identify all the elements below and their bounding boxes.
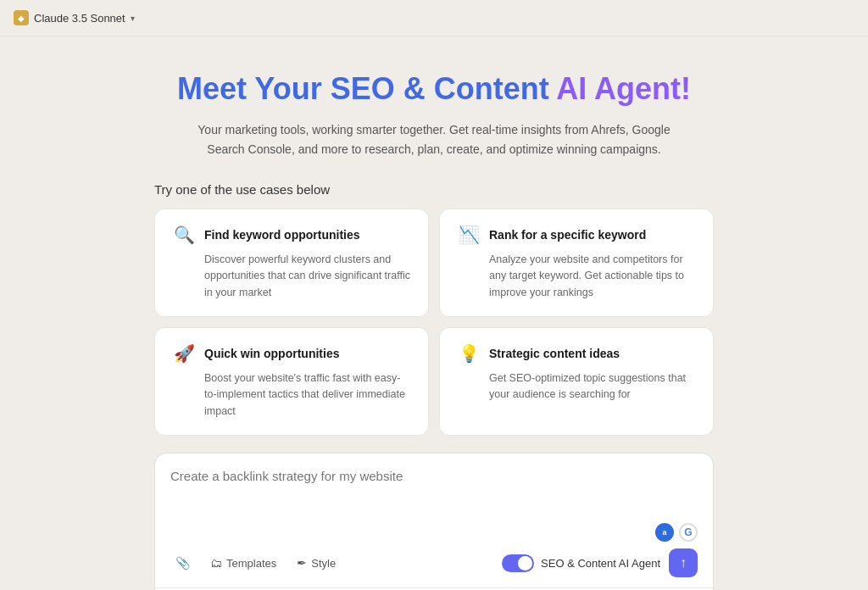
chevron-down-icon: ▾ [131, 14, 135, 23]
rank-icon: 📉 [457, 225, 481, 245]
card-title: Quick win opportunities [204, 347, 339, 360]
hero-title-purple: AI Agent! [556, 71, 691, 106]
hero-subtitle: Your marketing tools, working smarter to… [188, 120, 680, 159]
main-content: Meet Your SEO & Content AI Agent! Your m… [137, 36, 731, 590]
card-header: 🚀 Quick win opportunities [172, 343, 411, 364]
card-title: Rank for a specific keyword [489, 228, 646, 242]
paperclip-icon: 📎 [175, 556, 190, 570]
use-cases-label: Try one of the use cases below [154, 182, 330, 197]
card-title: Find keyword opportunities [204, 228, 360, 242]
card-rank-keyword[interactable]: 📉 Rank for a specific keyword Analyze yo… [439, 209, 714, 317]
input-inner: a G 📎 🗂 Templates ✒ Style [155, 454, 713, 587]
chat-input[interactable] [170, 469, 698, 520]
card-header: 🔍 Find keyword opportunities [172, 225, 411, 245]
model-icon: ◆ [14, 10, 29, 25]
ahrefs-logo: a [655, 523, 674, 542]
google-logo: G [679, 523, 698, 542]
toggle-label: SEO & Content AI Agent [541, 557, 660, 570]
lightbulb-icon: 💡 [457, 343, 481, 364]
model-selector[interactable]: ◆ Claude 3.5 Sonnet ▾ [14, 10, 135, 25]
send-button[interactable]: ↑ [669, 548, 698, 577]
style-label: Style [311, 557, 336, 570]
card-description: Analyze your website and competitors for… [457, 252, 696, 301]
input-icons-left: 📎 🗂 Templates ✒ Style [170, 553, 341, 573]
pen-icon: ✒ [297, 556, 307, 570]
style-button[interactable]: ✒ Style [292, 553, 341, 573]
search-icon: 🔍 [172, 225, 196, 245]
hero-title-blue: Meet Your SEO & Content [177, 71, 556, 106]
card-find-keyword[interactable]: 🔍 Find keyword opportunities Discover po… [154, 209, 429, 317]
card-quick-win[interactable]: 🚀 Quick win opportunities Boost your web… [154, 327, 429, 436]
input-icons-right: SEO & Content AI Agent ↑ [502, 548, 698, 577]
card-header: 📉 Rank for a specific keyword [457, 225, 696, 245]
attach-button[interactable]: 📎 [170, 553, 195, 573]
folder-icon: 🗂 [210, 556, 222, 570]
send-icon: ↑ [680, 555, 687, 571]
rocket-icon: 🚀 [172, 343, 196, 364]
templates-label: Templates [226, 557, 276, 570]
card-header: 💡 Strategic content ideas [457, 343, 696, 364]
hero-title: Meet Your SEO & Content AI Agent! [177, 70, 691, 107]
card-description: Boost your website's traffic fast with e… [172, 370, 411, 420]
input-wrapper: a G 📎 🗂 Templates ✒ Style [154, 453, 714, 590]
input-tools-row: 📎 🗂 Templates ✒ Style SEO & Content AI A [170, 548, 698, 577]
cards-grid: 🔍 Find keyword opportunities Discover po… [154, 209, 714, 436]
templates-button[interactable]: 🗂 Templates [205, 553, 281, 573]
toggle-row: SEO & Content AI Agent [502, 554, 660, 572]
card-title: Strategic content ideas [489, 347, 620, 360]
card-description: Get SEO-optimized topic suggestions that… [457, 370, 696, 404]
card-strategic-content[interactable]: 💡 Strategic content ideas Get SEO-optimi… [439, 327, 714, 436]
card-description: Discover powerful keyword clusters and o… [172, 252, 411, 301]
top-bar: ◆ Claude 3.5 Sonnet ▾ [0, 0, 868, 36]
model-name: Claude 3.5 Sonnet [34, 12, 125, 25]
ai-agent-toggle[interactable] [502, 554, 534, 572]
